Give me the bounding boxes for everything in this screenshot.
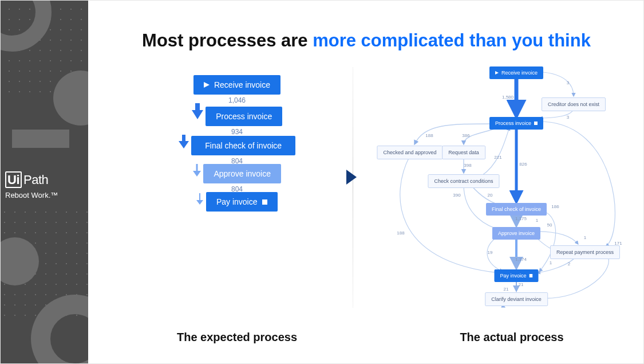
node-label: Final check of invoice bbox=[205, 141, 282, 150]
node-label: Receive invoice bbox=[501, 70, 538, 76]
expected-node-process: Process invoice bbox=[206, 107, 282, 126]
svg-point-2 bbox=[1, 237, 39, 285]
edge-label: 221 bbox=[494, 155, 501, 160]
edge-label: 1,174 bbox=[515, 257, 527, 262]
actual-node-process: Process invoice bbox=[489, 117, 543, 130]
brand-sidebar: UiPath Reboot Work.™ bbox=[1, 1, 88, 364]
edge-label: 934 bbox=[174, 128, 300, 136]
svg-rect-15 bbox=[534, 122, 538, 125]
node-label: Process invoice bbox=[495, 120, 531, 126]
actual-node-clarify: Clarify deviant invoice bbox=[485, 292, 548, 306]
expected-node-receive: Receive invoice bbox=[193, 75, 280, 95]
node-label: Request data bbox=[448, 150, 479, 155]
separator-arrow-icon bbox=[346, 170, 359, 187]
decor-ring-1 bbox=[1, 1, 58, 58]
node-label: Pay invoice bbox=[216, 197, 258, 206]
decor-ring-2 bbox=[23, 287, 88, 364]
caption-expected: The expected process bbox=[128, 331, 346, 344]
center-divider bbox=[353, 67, 353, 308]
edge-label: 386 bbox=[462, 133, 469, 138]
svg-point-1 bbox=[53, 71, 88, 126]
brand-block: UiPath Reboot Work.™ bbox=[5, 173, 58, 200]
actual-node-request: Request data bbox=[442, 146, 485, 159]
svg-point-0 bbox=[1, 1, 44, 44]
edge-label: 2 bbox=[568, 261, 570, 267]
arrow-down-icon bbox=[196, 193, 203, 205]
node-label: Checked and approved bbox=[383, 150, 436, 155]
actual-node-contract: Check contract conditions bbox=[428, 174, 499, 188]
brand-tagline: Reboot Work.™ bbox=[5, 191, 58, 200]
node-label: Receive invoice bbox=[214, 80, 270, 89]
node-label: Pay invoice bbox=[500, 273, 526, 279]
stop-icon bbox=[262, 197, 267, 206]
node-label: Final check of invoice bbox=[492, 206, 541, 212]
edge-label: 1 bbox=[584, 235, 586, 240]
actual-node-checked: Checked and approved bbox=[377, 146, 442, 159]
edge-label: 50 bbox=[547, 222, 552, 228]
node-label: Approve invoice bbox=[214, 169, 271, 178]
edge-label: 398 bbox=[464, 163, 471, 168]
node-label: Process invoice bbox=[216, 112, 272, 121]
edge-label: 186 bbox=[551, 204, 559, 209]
title-emphasis: more complicated than you think bbox=[313, 30, 591, 50]
actual-node-creditor: Creditor does not exist bbox=[542, 97, 606, 111]
actual-node-receive: Receive invoice bbox=[489, 66, 543, 79]
node-label: Creditor does not exist bbox=[548, 101, 599, 107]
edge-label: 19 bbox=[488, 250, 493, 255]
expected-flow: Receive invoice 1,046 Process invoice 93… bbox=[174, 75, 300, 212]
stop-icon bbox=[530, 273, 533, 279]
actual-node-final: Final check of invoice bbox=[486, 203, 547, 216]
edge-label: 20 bbox=[488, 193, 493, 198]
actual-node-approve: Approve invoice bbox=[492, 227, 540, 240]
edge-label: 3 bbox=[567, 115, 569, 120]
caption-actual: The actual process bbox=[392, 331, 632, 344]
edge-label: 188 bbox=[425, 133, 433, 138]
edge-label: 1 bbox=[536, 218, 538, 223]
edge-label: 1,580 bbox=[502, 95, 513, 100]
slide-content: Most processes are more complicated than… bbox=[88, 1, 644, 364]
svg-rect-16 bbox=[530, 274, 533, 277]
expected-node-final: Final check of invoice bbox=[191, 136, 295, 155]
decor-circle-2 bbox=[1, 230, 46, 293]
node-label: Approve invoice bbox=[498, 230, 535, 236]
decor-circle-1 bbox=[46, 64, 88, 132]
edge-label: 188 bbox=[397, 230, 404, 236]
expected-node-approve: Approve invoice bbox=[203, 164, 281, 183]
svg-point-3 bbox=[41, 304, 88, 364]
edge-label: 21 bbox=[519, 282, 524, 287]
node-label: Repeat payment process bbox=[556, 249, 614, 255]
edge-label: 3 bbox=[567, 80, 569, 85]
expected-node-pay: Pay invoice bbox=[206, 192, 278, 212]
stop-icon bbox=[534, 120, 538, 126]
arrow-down-icon bbox=[193, 164, 201, 177]
arrow-down-icon bbox=[179, 135, 189, 148]
slide-title: Most processes are more complicated than… bbox=[88, 30, 644, 51]
decor-rect bbox=[12, 130, 69, 148]
play-icon bbox=[204, 80, 210, 89]
edge-label: 826 bbox=[519, 162, 527, 167]
node-label: Clarify deviant invoice bbox=[491, 296, 542, 302]
title-lead: Most processes are bbox=[142, 30, 313, 50]
edge-label: 21 bbox=[504, 287, 509, 292]
arrow-down-icon bbox=[192, 103, 203, 119]
edge-label: 390 bbox=[453, 193, 460, 198]
edge-label: 1 bbox=[550, 260, 552, 265]
actual-flow: Receive invoice Creditor does not exist … bbox=[368, 66, 637, 319]
play-icon bbox=[495, 70, 499, 76]
brand-logo: UiPath bbox=[5, 173, 58, 187]
actual-node-pay: Pay invoice bbox=[494, 269, 538, 282]
node-label: Check contract conditions bbox=[434, 178, 493, 184]
edge-label: 1,175 bbox=[515, 216, 527, 221]
edge-label: 171 bbox=[614, 241, 622, 246]
brand-logo-text: Path bbox=[23, 173, 48, 187]
actual-node-repeat: Repeat payment process bbox=[550, 245, 620, 259]
svg-rect-8 bbox=[262, 199, 267, 205]
